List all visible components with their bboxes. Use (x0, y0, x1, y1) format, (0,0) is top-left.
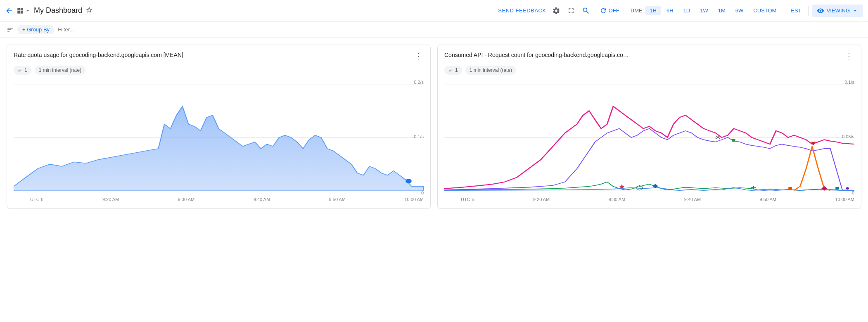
star-icon[interactable] (85, 6, 93, 15)
chart-2-y-min: 0 (852, 190, 854, 195)
chart-card-1: Rate quota usage for geocoding-backend.g… (7, 45, 431, 209)
chart-2-x-5: 10:00 AM (835, 197, 854, 202)
svg-text:+: + (751, 183, 757, 191)
filter-input[interactable] (58, 26, 861, 33)
time-1d[interactable]: 1D (679, 6, 695, 15)
time-6h[interactable]: 6H (662, 6, 678, 15)
separator-4 (808, 6, 809, 16)
svg-text:●: ● (845, 185, 850, 191)
chart-2-x-axis: UTC-5 9:20 AM 9:30 AM 9:40 AM 9:50 AM 10… (444, 197, 854, 202)
refresh-button[interactable]: OFF (600, 7, 619, 14)
chart-1-y-min: 0 (421, 190, 424, 195)
svg-text:▼: ▼ (809, 140, 817, 147)
chart-2-title: Consumed API - Request count for geocodi… (444, 52, 629, 58)
chart-2-interval-button[interactable]: 1 min interval (rate) (465, 66, 516, 75)
chart-1-y-max: 0.2/s (414, 80, 424, 85)
chart-1-y-mid: 0.1/s (414, 134, 424, 139)
svg-text:★: ★ (618, 183, 626, 190)
chart-2-y-max: 0.1/s (844, 80, 854, 85)
svg-text:⬡: ⬡ (636, 185, 643, 192)
refresh-label: OFF (609, 7, 619, 14)
chart-1-x-0: UTC-5 (30, 197, 43, 202)
chart-2-filter-button[interactable]: 1 (444, 66, 462, 75)
viewing-label: VIEWING (827, 7, 850, 14)
filter-bar: + Group By (0, 21, 868, 38)
chart-2-x-1: 9:20 AM (533, 197, 550, 202)
chart-1-interval-label: 1 min interval (rate) (39, 67, 81, 73)
svg-text:■: ■ (835, 185, 840, 191)
time-1w[interactable]: 1W (696, 6, 712, 15)
chart-2-area: ★ ⬡ ◆ ✕ ■ + ■ ▼ ◆ ■ ● (444, 80, 854, 195)
search-button[interactable] (579, 4, 593, 17)
separator-3 (784, 6, 784, 16)
chart-1-x-1: 9:20 AM (102, 197, 119, 202)
chart-1-header: Rate quota usage for geocoding-backend.g… (14, 52, 424, 61)
chart-1-controls: 1 1 min interval (rate) (14, 66, 424, 75)
main-content: Rate quota usage for geocoding-backend.g… (0, 38, 868, 215)
chart-2-x-0: UTC-5 (461, 197, 474, 202)
time-1h[interactable]: 1H (645, 6, 661, 15)
header-right: OFF TIME: 1H 6H 1D 1W 1M 6W CUSTOM EST V… (550, 4, 863, 17)
app-header: My Dashboard SEND FEEDBACK OFF TIME: 1H … (0, 0, 868, 21)
fullscreen-button[interactable] (564, 4, 578, 17)
group-by-label: + Group By (22, 26, 50, 33)
chart-2-x-3: 9:40 AM (684, 197, 701, 202)
chart-2-more-button[interactable]: ⋮ (844, 52, 854, 61)
chart-1-area: 0.2/s 0.1/s 0 (14, 80, 424, 195)
group-by-button[interactable]: + Group By (17, 25, 55, 34)
time-6w[interactable]: 6W (731, 6, 748, 15)
svg-text:✕: ✕ (714, 134, 721, 141)
separator-1 (596, 6, 596, 16)
settings-button[interactable] (550, 4, 563, 17)
chart-2-interval-label: 1 min interval (rate) (470, 67, 512, 73)
chart-2-x-4: 9:50 AM (760, 197, 776, 202)
dashboard-title: My Dashboard (34, 6, 82, 15)
timezone-button[interactable]: EST (787, 6, 804, 15)
chart-1-filter-button[interactable]: 1 (14, 66, 31, 75)
chart-2-y-mid: 0.05/s (842, 134, 854, 139)
chart-1-svg (14, 80, 424, 195)
chart-1-x-axis: UTC-5 9:20 AM 9:30 AM 9:40 AM 9:50 AM 10… (14, 197, 424, 202)
chart-1-x-4: 9:50 AM (329, 197, 346, 202)
svg-text:◆: ◆ (821, 185, 828, 191)
time-custom[interactable]: CUSTOM (749, 6, 780, 15)
chart-1-interval-button[interactable]: 1 min interval (rate) (35, 66, 85, 75)
chart-1-title: Rate quota usage for geocoding-backend.g… (14, 52, 183, 58)
chart-1-x-3: 9:40 AM (254, 197, 270, 202)
header-left: My Dashboard SEND FEEDBACK (5, 6, 546, 15)
svg-text:■: ■ (731, 137, 736, 143)
chart-1-x-2: 9:30 AM (178, 197, 194, 202)
chart-2-svg: ★ ⬡ ◆ ✕ ■ + ■ ▼ ◆ ■ ● (444, 80, 854, 195)
send-feedback-button[interactable]: SEND FEEDBACK (498, 7, 546, 14)
separator-2 (623, 6, 623, 16)
back-button[interactable] (5, 7, 13, 15)
svg-point-3 (406, 179, 412, 183)
chart-card-2: Consumed API - Request count for geocodi… (437, 45, 861, 209)
svg-text:◆: ◆ (652, 182, 658, 188)
time-label: TIME: (630, 7, 644, 14)
chart-1-more-button[interactable]: ⋮ (413, 52, 424, 61)
chart-1-filter-count: 1 (24, 67, 27, 73)
time-1m[interactable]: 1M (714, 6, 730, 15)
chart-2-filter-count: 1 (455, 67, 458, 73)
chart-2-header: Consumed API - Request count for geocodi… (444, 52, 854, 61)
chart-2-x-2: 9:30 AM (609, 197, 625, 202)
filter-menu-icon[interactable] (7, 26, 14, 33)
chart-2-controls: 1 1 min interval (rate) (444, 66, 854, 75)
dashboard-icon[interactable] (17, 7, 31, 14)
viewing-button[interactable]: VIEWING (812, 5, 863, 17)
chart-1-x-5: 10:00 AM (404, 197, 423, 202)
svg-text:■: ■ (788, 185, 792, 191)
